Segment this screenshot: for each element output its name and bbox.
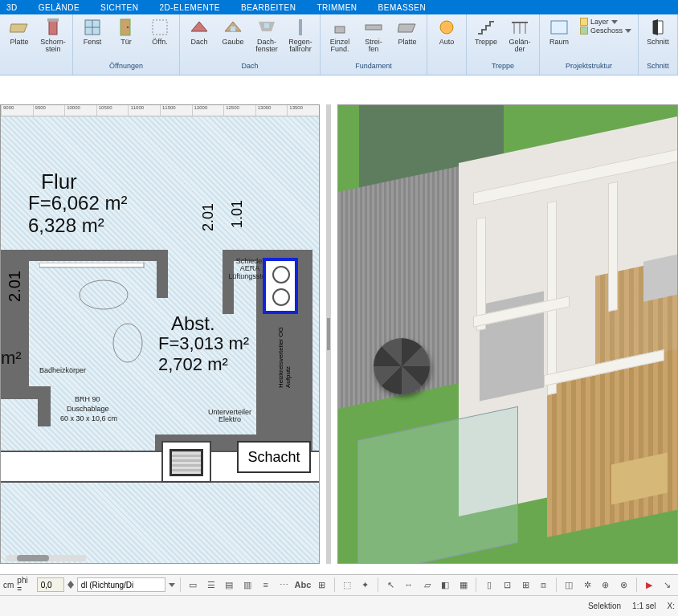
svg-point-18: [440, 21, 453, 34]
tool-h[interactable]: ⬚: [339, 577, 354, 593]
menu-bearbeiten[interactable]: BEARBEITEN: [241, 3, 296, 12]
stairs-icon: [476, 18, 496, 37]
group-label-2: Dach: [183, 61, 317, 71]
svg-rect-8: [153, 20, 167, 35]
storey-icon: [580, 27, 588, 35]
tool-q[interactable]: ◫: [562, 577, 577, 593]
tool-r[interactable]: ✲: [580, 577, 595, 593]
tool-i[interactable]: ✦: [357, 577, 373, 593]
oeffnung-button[interactable]: Öffn.: [144, 16, 176, 61]
chevron-down-icon[interactable]: [169, 583, 175, 587]
tool-o[interactable]: ⊞: [518, 577, 533, 593]
group-label-1: Öffnungen: [76, 61, 176, 71]
floorplan-2d-view[interactable]: 9000950010000105001100011500120001250013…: [0, 104, 320, 564]
tool-j[interactable]: ▱: [419, 577, 435, 593]
gelaender-button[interactable]: Gelän- der: [504, 16, 536, 61]
symbol-box: [161, 441, 211, 483]
group-label-3: Fundament: [324, 61, 423, 71]
tool-n[interactable]: ⊡: [500, 577, 515, 593]
bathroom-fixtures: [39, 263, 160, 383]
tool-m[interactable]: ▯: [481, 577, 496, 593]
schornstein-button[interactable]: Schorn- stein: [37, 16, 69, 61]
group-label-6: Projektstruktur: [543, 61, 635, 71]
aera-symbol: [263, 258, 298, 314]
tool-cursor[interactable]: ↖: [383, 577, 398, 593]
schacht-box: Schacht: [237, 441, 311, 473]
dormer-icon: [223, 18, 243, 37]
tool-k[interactable]: ◧: [438, 577, 453, 593]
dim-label-3: 2.01: [6, 271, 24, 302]
footing-icon: [330, 18, 349, 37]
wall-3d: [608, 182, 618, 312]
dl-input[interactable]: [77, 577, 165, 592]
spinner-up-icon[interactable]: [67, 581, 74, 585]
duschsize-label: 60 x 30 x 10,6 cm: [60, 415, 117, 422]
group-label-7: Schnitt: [642, 61, 674, 71]
treppe-button[interactable]: Treppe: [470, 16, 502, 61]
fenster-button[interactable]: Fenst: [76, 16, 108, 61]
furniture-3d: [643, 254, 678, 301]
room-icon: [549, 18, 569, 37]
auto-button[interactable]: Auto: [431, 16, 463, 61]
svg-marker-0: [10, 24, 27, 32]
group-label-4: [431, 61, 463, 63]
tool-e[interactable]: ≡: [258, 577, 273, 593]
tool-b[interactable]: ☰: [203, 577, 219, 593]
slab2-icon: [398, 18, 417, 37]
tool-c[interactable]: ▤: [222, 577, 237, 593]
view-splitter[interactable]: [326, 104, 331, 564]
raum-button[interactable]: Raum: [543, 16, 575, 61]
svg-rect-14: [299, 19, 302, 35]
brh-label: BRH 90: [75, 396, 100, 403]
room-flur-area1: F=6,062 m²: [28, 192, 127, 214]
model-3d-view[interactable]: [337, 104, 678, 564]
dim-label-2: 2.01: [200, 203, 217, 231]
svg-rect-11: [231, 27, 235, 31]
tool-p[interactable]: ⧈: [536, 577, 551, 593]
menu-2d[interactable]: 2D-ELEMENTE: [160, 3, 221, 12]
platte2-button[interactable]: Platte: [391, 16, 423, 61]
tool-t[interactable]: ⊗: [616, 577, 631, 593]
gaube-button[interactable]: Gaube: [217, 16, 249, 61]
tool-u[interactable]: ▶: [642, 577, 657, 593]
layer-icon: [580, 18, 588, 26]
tool-s[interactable]: ⊕: [598, 577, 613, 593]
tool-text[interactable]: Abc: [295, 577, 311, 593]
dusch-label: Duschablage: [67, 406, 109, 413]
geschoss-option[interactable]: Geschoss: [580, 27, 631, 35]
tool-a[interactable]: ▭: [186, 577, 201, 593]
schnitt-button[interactable]: Schnitt: [642, 16, 674, 61]
tool-d[interactable]: ▥: [240, 577, 255, 593]
tool-v[interactable]: ↘: [660, 577, 675, 593]
spinner-down-icon[interactable]: [67, 585, 74, 589]
roof-icon: [190, 18, 209, 37]
dim-label-1: 1.01: [229, 200, 246, 228]
platte-button[interactable]: Platte: [3, 16, 35, 61]
tool-g[interactable]: ⊞: [314, 577, 329, 593]
menu-bemassen[interactable]: BEMASSEN: [378, 3, 427, 12]
streifen-button[interactable]: Strei- fen: [357, 16, 390, 61]
menu-trimmen[interactable]: TRIMMEN: [317, 3, 357, 12]
railing-icon: [510, 18, 529, 37]
tool-l[interactable]: ▦: [456, 577, 472, 593]
svg-rect-23: [551, 21, 567, 34]
layer-option[interactable]: Layer: [580, 18, 631, 26]
menu-sichten[interactable]: SICHTEN: [100, 3, 138, 12]
phi-input[interactable]: [37, 577, 64, 592]
wall-segment: [1, 250, 168, 261]
tuer-button[interactable]: Tür: [110, 16, 142, 61]
regenrohr-button[interactable]: Regen- fallrohr: [284, 16, 317, 61]
svg-point-31: [113, 324, 142, 362]
horizontal-scrollbar[interactable]: [6, 555, 86, 561]
tool-move[interactable]: ↔: [402, 577, 417, 593]
dach-button[interactable]: Dach: [183, 16, 215, 61]
menu-gelaende[interactable]: GELÄNDE: [39, 3, 80, 12]
auto-icon: [437, 18, 456, 37]
einzelfund-button[interactable]: Einzel Fund.: [324, 16, 356, 61]
menu-3d[interactable]: 3D: [6, 3, 18, 12]
dachfenster-button[interactable]: Dach- fenster: [251, 16, 283, 61]
umbrella-3d: [374, 338, 430, 394]
untervert-label: Unterverteiler Elektro: [208, 409, 251, 424]
group-label-5: Treppe: [470, 61, 536, 71]
tool-f[interactable]: ⋯: [276, 577, 292, 593]
